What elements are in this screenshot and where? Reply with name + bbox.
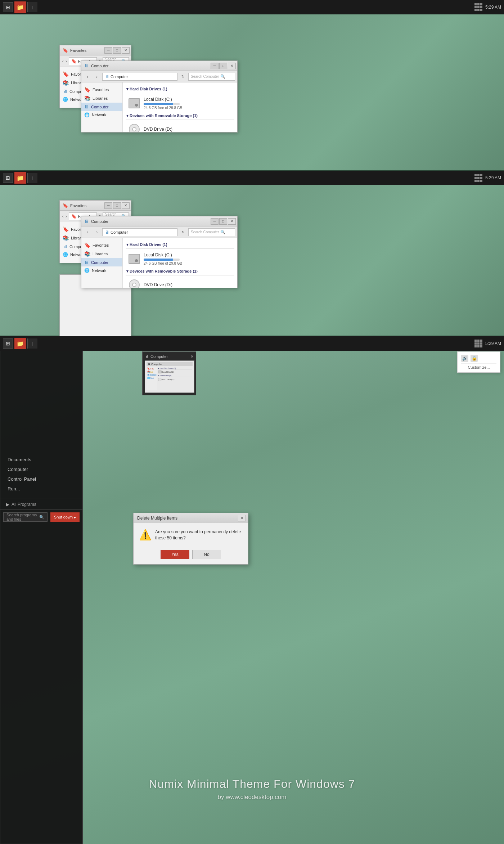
shutdown-button[interactable]: Shut down ▸ — [50, 512, 80, 522]
nav-favorites-2[interactable]: 🔖 Favorites — [81, 85, 122, 94]
disk-name-c-2: Local Disk (C:) — [144, 252, 231, 257]
maximize-button[interactable]: □ — [113, 47, 121, 54]
comp-breadcrumb-2[interactable]: 🖥 Computer — [102, 228, 177, 236]
taskbar-folder-icon-2[interactable]: 📁 — [14, 172, 26, 184]
taskbar-right: 5:29 AM — [474, 3, 501, 11]
local-disk-c[interactable]: Local Disk (C:) 24.6 GB free of 29.8 GB — [126, 95, 234, 112]
start-button-3[interactable]: ⊞ — [3, 338, 13, 349]
minimize-btn-2[interactable]: ─ — [211, 63, 219, 69]
theme-subtitle: by www.cleodesktop.com — [0, 794, 504, 801]
show-desktop-icon[interactable] — [474, 3, 482, 11]
dialog-body: ⚠️ Are you sure you want to permanently … — [134, 523, 248, 547]
dialog-close-btn[interactable]: ✕ — [238, 515, 246, 521]
all-programs[interactable]: ▶ All Programs — [0, 500, 82, 509]
taskbar-folder-icon-3[interactable]: 📁 — [14, 338, 26, 349]
start-menu-item-run[interactable]: Run... — [0, 484, 82, 494]
dvd-drive-d-2[interactable]: DVD Drive (D:) — [126, 277, 234, 288]
back-btn-3[interactable]: ‹ — [62, 212, 64, 220]
disk-size-c-2: 24.6 GB free of 29.8 GB — [144, 261, 231, 265]
computer-window-1: 🖥 Computer ─ □ ✕ ‹ › 🖥 Computer ↻ Search… — [81, 60, 238, 133]
min-btn-3[interactable]: ─ — [104, 202, 112, 209]
hdd-header-2: ▾ Hard Disk Drives (1) — [126, 241, 234, 249]
dialog-message: Are you sure you want to permanently del… — [155, 529, 242, 541]
bookmark-icon-2: 🔖 — [84, 87, 90, 93]
library-icon: 📚 — [63, 80, 69, 86]
start-button[interactable]: ⊞ — [3, 2, 13, 12]
taskbar-right-2: 5:29 AM — [474, 174, 501, 182]
back-btn-4[interactable]: ‹ — [84, 228, 91, 236]
forward-btn-2[interactable]: › — [93, 73, 101, 81]
forward-button[interactable]: › — [65, 57, 67, 65]
taskbar-left: ⊞ 📁 | — [3, 1, 37, 13]
shutdown-arrow-icon: ▸ — [74, 515, 76, 519]
fwd-btn-4[interactable]: › — [93, 228, 101, 236]
notification-popup: 🔊 🔒 Customize... — [457, 351, 500, 373]
nav-libraries-2[interactable]: 📚 Libraries — [81, 94, 122, 103]
refresh-btn-4[interactable]: ↻ — [179, 228, 187, 236]
nav-network-2[interactable]: 🌐 Network — [81, 111, 122, 119]
taskbar-pin-3: | — [27, 338, 37, 349]
min-btn-4[interactable]: ─ — [211, 218, 219, 225]
back-button[interactable]: ‹ — [62, 57, 64, 65]
close-btn-3[interactable]: ✕ — [122, 202, 130, 209]
start-menu-item-computer[interactable]: Computer — [0, 464, 82, 474]
net-icon-4: 🌐 — [84, 268, 90, 273]
maximize-btn-2[interactable]: □ — [219, 63, 227, 69]
taskbar-pin-2: | — [27, 173, 37, 183]
removable-header-2: ▾ Devices with Removable Storage (1) — [126, 268, 234, 275]
start-menu-item-documents[interactable]: Documents — [0, 455, 82, 464]
fav-title-icon-2: 🔖 — [63, 203, 68, 208]
dvd-icon — [129, 124, 140, 132]
comp-search-2[interactable]: Search Computer 🔍 — [188, 228, 235, 236]
favorites-window-controls: ─ □ ✕ — [104, 47, 130, 54]
taskbar-pin: | — [27, 2, 37, 12]
no-button[interactable]: No — [192, 550, 221, 559]
local-disk-c-2[interactable]: Local Disk (C:) 24.6 GB free of 29.8 GB — [126, 250, 234, 268]
show-desktop-3[interactable] — [474, 340, 482, 347]
arrow-right-icon: ▶ — [6, 502, 9, 507]
taskbar-thumbnail[interactable]: 🖥 Computer ✕ 🖥 Computer 🔖 Fav 📚 Lib 🖥 Co… — [142, 351, 196, 395]
desktop-section-3: ⊞ 📁 | 5:29 AM Documents Computer Control… — [0, 336, 504, 844]
breadcrumb-icon: 🔖 — [71, 59, 77, 64]
start-menu-item-control-panel[interactable]: Control Panel — [0, 474, 82, 484]
computer-breadcrumb[interactable]: 🖥 Computer — [102, 73, 177, 81]
refresh-btn-2[interactable]: ↻ — [179, 73, 187, 81]
nav-pane-computer: 🔖 Favorites 📚 Libraries 🖥 Computer 🌐 Net… — [81, 82, 123, 132]
customize-link[interactable]: Customize... — [461, 363, 496, 369]
breadcrumb-computer-text: Computer — [111, 75, 128, 79]
search-programs-input[interactable]: Search programs and files 🔍 — [3, 512, 48, 522]
content-pane-2: ▾ Hard Disk Drives (1) Local Disk (C:) 2… — [123, 238, 237, 288]
yes-button[interactable]: Yes — [161, 550, 189, 559]
delete-dialog: Delete Multiple Items ✕ ⚠️ Are you sure … — [133, 513, 248, 565]
close-btn-2[interactable]: ✕ — [228, 63, 236, 69]
taskbar-folder-icon[interactable]: 📁 — [14, 1, 26, 13]
nav-comp-4[interactable]: 🖥 Computer — [81, 258, 122, 266]
minimize-button[interactable]: ─ — [104, 47, 112, 54]
back-btn-2[interactable]: ‹ — [84, 73, 91, 81]
fwd-btn-3[interactable]: › — [65, 212, 67, 220]
comp-title-text-2: Computer — [91, 219, 108, 224]
dvd-drive-d[interactable]: DVD Drive (D:) — [126, 121, 234, 132]
nav-lib-4[interactable]: 📚 Libraries — [81, 250, 122, 258]
max-btn-4[interactable]: □ — [219, 218, 227, 225]
computer-search[interactable]: Search Computer 🔍 — [188, 73, 235, 81]
comp-controls-2: ─ □ ✕ — [211, 218, 236, 225]
taskbar-time: 5:29 AM — [485, 5, 501, 10]
close-button[interactable]: ✕ — [122, 47, 130, 54]
nav-net-4[interactable]: 🌐 Network — [81, 266, 122, 274]
nav-lbl-fav-4: Favorites — [93, 243, 109, 247]
start-button-2[interactable]: ⊞ — [3, 173, 13, 183]
network-icon-2: 🌐 — [84, 112, 90, 117]
taskbar-time-3: 5:29 AM — [485, 341, 501, 346]
disk-info-c-2: Local Disk (C:) 24.6 GB free of 29.8 GB — [144, 252, 231, 265]
nav-fav-4[interactable]: 🔖 Favorites — [81, 241, 122, 250]
show-desktop-2[interactable] — [474, 174, 482, 182]
windows-icon-2: ⊞ — [6, 175, 10, 181]
nav-computer-2[interactable]: 🖥 Computer — [81, 103, 122, 111]
comp-title-icon-2: 🖥 — [84, 219, 89, 224]
close-btn-4[interactable]: ✕ — [228, 218, 236, 225]
theme-attribution: Numix Minimal Theme For Windows 7 by www… — [0, 777, 504, 801]
taskbar-3: ⊞ 📁 | 5:29 AM — [0, 336, 504, 351]
thumbnail-close-btn[interactable]: ✕ — [190, 354, 194, 359]
max-btn-3[interactable]: □ — [113, 202, 121, 209]
